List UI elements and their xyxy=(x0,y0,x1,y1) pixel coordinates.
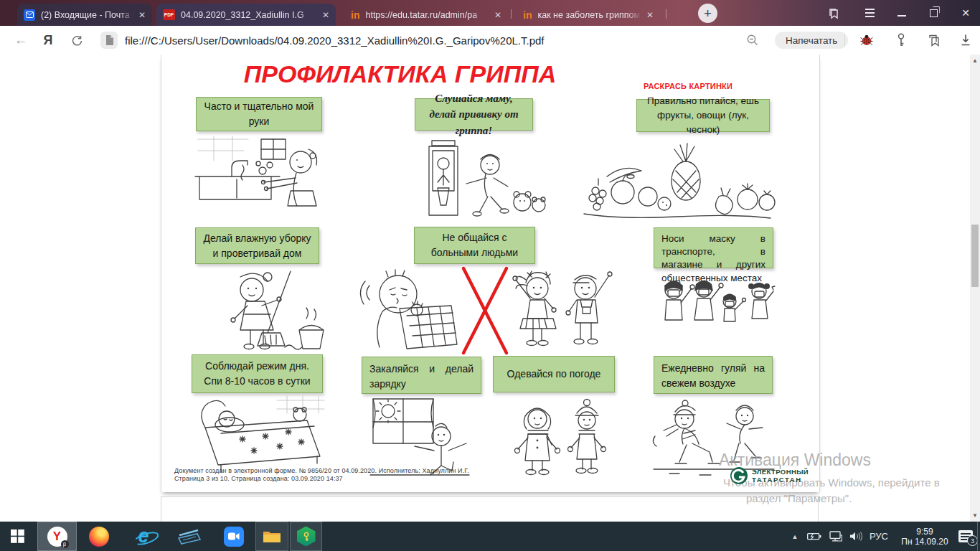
drawing-mopping-girl xyxy=(199,267,334,357)
taskbar-firefox[interactable] xyxy=(82,522,116,551)
edu-tatar-favicon-icon: in xyxy=(523,9,532,21)
beta-badge: β xyxy=(61,540,69,548)
file-explorer-icon xyxy=(263,529,281,544)
stamp-line-1: Документ создан в электронной форме. № 9… xyxy=(174,467,576,475)
show-desktop-button[interactable] xyxy=(977,522,978,551)
logo-line-1: ЭЛЕКТРОННЫЙ xyxy=(752,468,809,476)
windows-activation-watermark-line3: раздел "Параметры". xyxy=(746,492,852,504)
zoom-out-icon[interactable] xyxy=(742,26,763,55)
tab-mailru[interactable]: (2) Входящие - Почта Mail.ru ✕ xyxy=(17,4,152,26)
tab-title: 04.09.2020_3312_Xadiullin I.G xyxy=(181,10,317,20)
taskbar-kaspersky[interactable] xyxy=(290,522,322,551)
windows-taskbar: Y β e xyxy=(0,522,980,551)
stamp-line-2: Страница 3 из 10. Страница создана: 03.0… xyxy=(174,475,576,483)
clock[interactable]: 9:59 Пн 14.09.20 xyxy=(894,522,956,551)
taskbar-yandex-browser[interactable]: Y β xyxy=(37,522,77,551)
tab-pdf-active[interactable]: PDF 04.09.2020_3312_Xadiullin I.G ✕ xyxy=(156,4,336,26)
date: Пн 14.09.20 xyxy=(901,537,948,547)
browser-toolbar: ← Я file:///C:/Users/User/Downloads/04.0… xyxy=(0,26,980,55)
drawing-sneezing-man xyxy=(357,264,463,359)
volume-icon[interactable] xyxy=(847,522,865,551)
page-file-icon[interactable] xyxy=(100,32,118,49)
electronic-tatarstan-icon xyxy=(729,466,749,486)
drawing-washing-hands xyxy=(192,135,324,223)
tab-close-icon[interactable]: ✕ xyxy=(322,11,329,19)
poster-title: ПРОФИЛАКТИКА ГРИППА xyxy=(240,60,560,88)
pdf-favicon-icon: PDF xyxy=(163,9,175,20)
scrollbar[interactable]: ▲ ▼ xyxy=(970,55,980,522)
tip-box-eat-right: Правильно питайся, ешь фрукты, овощи (лу… xyxy=(636,99,770,132)
action-center-button[interactable]: 3 xyxy=(956,522,976,551)
start-button[interactable] xyxy=(0,522,34,551)
tab-panel-icon[interactable] xyxy=(822,0,845,26)
time: 9:59 xyxy=(901,527,948,537)
password-key-icon[interactable] xyxy=(890,26,913,55)
prohibition-x-mark xyxy=(458,265,512,359)
tip-box-exercise: Закаляйся и делай зарядку xyxy=(362,357,481,394)
new-tab-button[interactable]: + xyxy=(698,4,717,23)
tip-box-avoid-sick: Не общайся с больными людьми xyxy=(414,227,535,264)
minimize-button[interactable] xyxy=(890,0,914,26)
tab-edu-tatar[interactable]: in https://edu.tatar.ru/admin/pa ✕ xyxy=(344,4,508,26)
firefox-icon xyxy=(89,527,109,547)
tab-close-icon[interactable]: ✕ xyxy=(494,11,501,19)
taskbar-file-explorer[interactable] xyxy=(255,522,288,551)
yandex-search-icon[interactable]: Я xyxy=(37,26,59,55)
tab-separator xyxy=(511,9,512,19)
tip-box-wash-hands: Часто и тщательно мой руки xyxy=(196,97,322,131)
yandex-browser-icon: Y β xyxy=(47,527,67,547)
collections-icon[interactable] xyxy=(923,26,946,55)
notification-badge: 3 xyxy=(967,535,978,546)
print-button[interactable]: Напечатать xyxy=(775,32,848,49)
document-stamp: Документ создан в электронной форме. № 9… xyxy=(174,467,576,482)
download-icon[interactable] xyxy=(954,26,977,55)
color-note: РАСКРАСЬ КАРТИНКИ xyxy=(644,82,732,90)
tab-title: https://edu.tatar.ru/admin/pa xyxy=(365,10,489,20)
pdf-page-1: ПРОФИЛАКТИКА ГРИППА РАСКРАСЬ КАРТИНКИ Ча… xyxy=(161,55,820,492)
logo-line-2: ТАТАРСТАН xyxy=(752,476,809,484)
drawing-kids-waving xyxy=(506,264,618,357)
close-window-button[interactable]: ✕ xyxy=(953,0,979,26)
taskbar-internet-explorer[interactable]: e xyxy=(126,522,161,551)
drawing-boy-at-door xyxy=(423,139,547,222)
tip-box-dress-weather: Одевайся по погоде xyxy=(493,356,615,392)
menu-icon[interactable] xyxy=(858,0,881,26)
bug-report-icon[interactable] xyxy=(855,26,878,55)
electronic-tatarstan-logo: ЭЛЕКТРОННЫЙ ТАТАРСТАН xyxy=(729,466,809,486)
tray-show-hidden-icons[interactable]: ▲ xyxy=(788,522,802,551)
pdf-page-2 xyxy=(161,496,819,522)
tab-close-icon[interactable]: ✕ xyxy=(138,11,146,19)
toolbar-separator xyxy=(844,34,845,46)
language-indicator[interactable]: РУС xyxy=(865,522,892,551)
tab-close-icon[interactable]: ✕ xyxy=(646,11,654,19)
refresh-icon[interactable] xyxy=(66,26,88,55)
drawing-fruits-vegetables xyxy=(578,139,776,222)
tip-box-vaccine: Слушайся маму, делай прививку от гриппа! xyxy=(415,98,533,131)
tab-separator xyxy=(666,9,666,19)
scanner-icon xyxy=(177,528,202,545)
desktop-screen: (2) Входящие - Почта Mail.ru ✕ PDF 04.09… xyxy=(0,0,980,551)
taskbar-scanner[interactable] xyxy=(172,522,207,551)
browser-tab-bar: (2) Входящие - Почта Mail.ru ✕ PDF 04.09… xyxy=(0,0,980,26)
scroll-down-icon[interactable]: ▼ xyxy=(970,512,980,519)
taskbar-zoom[interactable] xyxy=(217,522,251,551)
kaspersky-icon xyxy=(297,527,316,547)
tip-box-fresh-air: Ежедневно гуляй на свежем воздухе xyxy=(654,356,773,394)
drawing-family-masks xyxy=(651,274,778,347)
restore-button[interactable] xyxy=(921,0,946,26)
tip-box-sleep: Соблюдай режим дня. Спи 8-10 часов в сут… xyxy=(192,354,323,393)
zoom-icon xyxy=(224,527,244,547)
mailru-favicon-icon xyxy=(24,9,35,21)
tip-box-wear-mask: Носи маску в транспорте, в магазине и др… xyxy=(654,227,773,268)
scroll-up-icon[interactable]: ▲ xyxy=(970,57,980,64)
drawing-sleeping-child xyxy=(192,395,330,478)
action-center-icon: 3 xyxy=(958,530,973,542)
scrollbar-thumb[interactable] xyxy=(971,225,979,287)
back-icon[interactable]: ← xyxy=(10,26,32,55)
address-bar[interactable]: file:///C:/Users/User/Downloads/04.09.20… xyxy=(125,26,545,55)
tab-gripp-image[interactable]: in как не заболеть гриппом.jpg ✕ xyxy=(517,4,660,26)
battery-icon[interactable] xyxy=(805,522,824,551)
network-icon[interactable] xyxy=(826,522,845,551)
tip-box-cleaning: Делай влажную уборку и проветривай дом xyxy=(195,227,319,264)
internet-explorer-icon: e xyxy=(138,527,149,546)
